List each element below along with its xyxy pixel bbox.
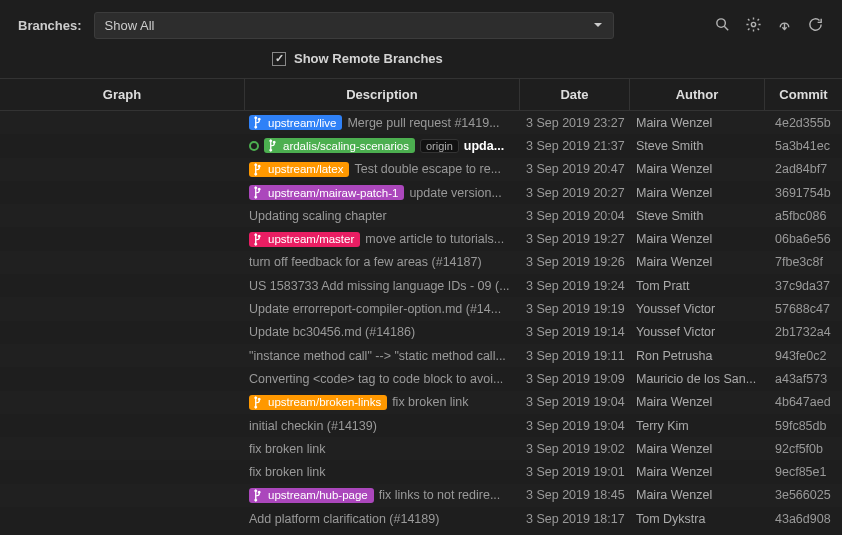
branch-badge[interactable]: ardalis/scaling-scenarios [264,138,415,153]
commit-row[interactable]: Converting <code> tag to code block to a… [0,367,842,390]
branch-badge[interactable]: upstream/master [249,232,360,247]
description-cell: upstream/liveMerge pull request #1419... [245,115,520,130]
origin-badge[interactable]: origin [420,139,459,153]
commit-message: initial checkin (#14139) [249,419,520,433]
description-cell: US 1583733 Add missing language IDs - 09… [245,279,520,293]
author-cell: Tom Dykstra [630,512,765,526]
header-desc[interactable]: Description [245,79,520,110]
commit-row[interactable]: turn off feedback for a few areas (#1418… [0,251,842,274]
branch-name: upstream/live [268,117,336,129]
commit-message: upda... [464,139,520,153]
commit-row[interactable]: fix broken link3 Sep 2019 19:01Maira Wen… [0,460,842,483]
branch-icon [253,233,264,246]
date-cell: 3 Sep 2019 20:47 [520,162,630,176]
header-author[interactable]: Author [630,79,765,110]
date-cell: 3 Sep 2019 19:27 [520,232,630,246]
date-cell: 3 Sep 2019 19:14 [520,325,630,339]
commit-row[interactable]: upstream/hub-pagefix links to not redire… [0,484,842,507]
description-cell: upstream/mairaw-patch-1update version... [245,185,520,200]
commit-message: fix broken link [392,395,520,409]
description-cell: upstream/hub-pagefix links to not redire… [245,488,520,503]
author-cell: Maira Wenzel [630,395,765,409]
description-cell: Update bc30456.md (#14186) [245,325,520,339]
commit-hash: 5a3b41ec [765,139,842,153]
show-remote-label: Show Remote Branches [294,51,443,66]
commit-hash: 92cf5f0b [765,442,842,456]
commit-row[interactable]: US 1583733 Add missing language IDs - 09… [0,274,842,297]
branches-dropdown[interactable]: Show All [94,12,614,39]
commit-row[interactable]: upstream/latexTest double escape to re..… [0,158,842,181]
branch-icon [253,116,264,129]
date-cell: 3 Sep 2019 19:01 [520,465,630,479]
author-cell: Maira Wenzel [630,186,765,200]
refresh-icon[interactable] [807,16,824,36]
commit-message: fix broken link [249,465,520,479]
branch-badge[interactable]: upstream/broken-links [249,395,387,410]
commit-row[interactable]: Update bc30456.md (#14186)3 Sep 2019 19:… [0,321,842,344]
commit-row[interactable]: upstream/mastermove article to tutorials… [0,227,842,250]
commit-hash: 943fe0c2 [765,349,842,363]
branch-badge[interactable]: upstream/live [249,115,342,130]
commit-row[interactable]: Updating scaling chapter3 Sep 2019 20:04… [0,204,842,227]
commit-row[interactable]: Update errorreport-compiler-option.md (#… [0,297,842,320]
author-cell: Ron Petrusha [630,349,765,363]
author-cell: Steve Smith [630,209,765,223]
commit-row[interactable]: upstream/mairaw-patch-1update version...… [0,181,842,204]
author-cell: Tom Pratt [630,279,765,293]
svg-line-1 [724,26,728,30]
commit-hash: 4b647aed [765,395,842,409]
author-cell: Maira Wenzel [630,232,765,246]
branch-name: upstream/master [268,233,354,245]
commit-hash: 57688c47 [765,302,842,316]
date-cell: 3 Sep 2019 19:24 [520,279,630,293]
description-cell: Add platform clarification (#14189) [245,512,520,526]
commit-hash: 3691754b [765,186,842,200]
commit-row[interactable]: initial checkin (#14139)3 Sep 2019 19:04… [0,414,842,437]
branch-name: ardalis/scaling-scenarios [283,140,409,152]
commit-row[interactable]: upstream/liveMerge pull request #1419...… [0,111,842,134]
date-cell: 3 Sep 2019 23:27 [520,116,630,130]
commit-hash: 59fc85db [765,419,842,433]
date-cell: 3 Sep 2019 19:02 [520,442,630,456]
commit-row[interactable]: "instance method call" --> "static metho… [0,344,842,367]
author-cell: Maira Wenzel [630,488,765,502]
date-cell: 3 Sep 2019 19:09 [520,372,630,386]
branch-badge[interactable]: upstream/hub-page [249,488,374,503]
commit-row[interactable]: upstream/broken-linksfix broken link3 Se… [0,391,842,414]
description-cell: upstream/mastermove article to tutorials… [245,232,520,247]
search-icon[interactable] [714,16,731,36]
commit-row[interactable]: fix broken link3 Sep 2019 19:02Maira Wen… [0,437,842,460]
date-cell: 3 Sep 2019 20:04 [520,209,630,223]
commit-row[interactable]: Add platform clarification (#14189)3 Sep… [0,507,842,530]
commit-row[interactable]: ardalis/scaling-scenariosoriginupda...3 … [0,134,842,157]
description-cell: turn off feedback for a few areas (#1418… [245,255,520,269]
author-cell: Maira Wenzel [630,162,765,176]
date-cell: 3 Sep 2019 21:37 [520,139,630,153]
commit-message: update version... [409,186,520,200]
commit-hash: 43a6d908 [765,512,842,526]
branch-icon [253,163,264,176]
commit-message: Update bc30456.md (#14186) [249,325,520,339]
branch-icon [253,396,264,409]
gear-icon[interactable] [745,16,762,36]
chevron-down-icon [593,18,603,33]
header-date[interactable]: Date [520,79,630,110]
description-cell: fix broken link [245,442,520,456]
branch-badge[interactable]: upstream/mairaw-patch-1 [249,185,404,200]
column-headers: Graph Description Date Author Commit [0,78,842,111]
author-cell: Terry Kim [630,419,765,433]
commit-message: Test double escape to re... [354,162,520,176]
head-indicator-icon [249,141,259,151]
commit-message: Update errorreport-compiler-option.md (#… [249,302,520,316]
show-remote-checkbox[interactable]: ✓ [272,52,286,66]
branch-badge[interactable]: upstream/latex [249,162,349,177]
commit-message: US 1583733 Add missing language IDs - 09… [249,279,520,293]
header-commit[interactable]: Commit [765,79,842,110]
header-graph[interactable]: Graph [0,79,245,110]
fetch-icon[interactable] [776,16,793,36]
description-cell: Converting <code> tag to code block to a… [245,372,520,386]
date-cell: 3 Sep 2019 19:19 [520,302,630,316]
description-cell: upstream/latexTest double escape to re..… [245,162,520,177]
commit-list: upstream/liveMerge pull request #1419...… [0,111,842,530]
commit-hash: 2ad84bf7 [765,162,842,176]
